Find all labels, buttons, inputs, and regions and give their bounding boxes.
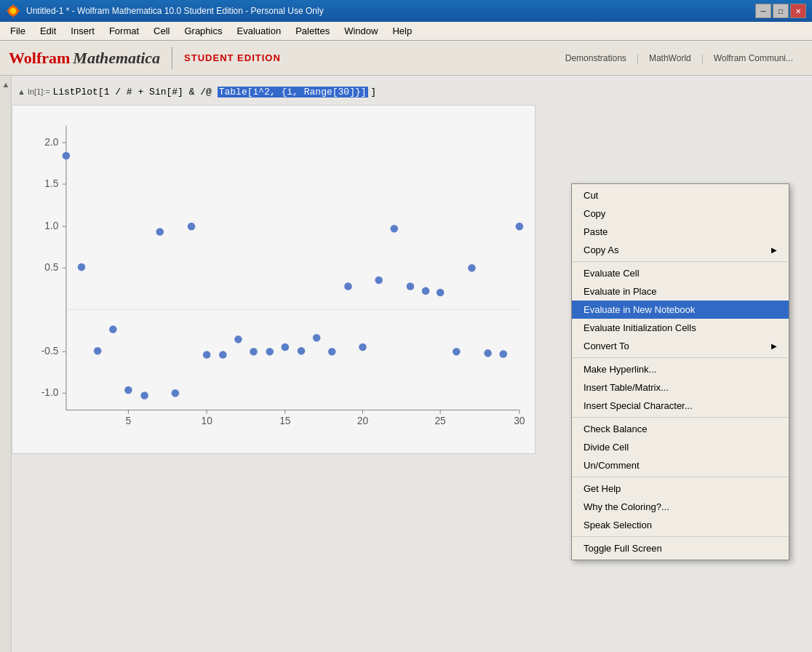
svg-point-47: [250, 348, 258, 356]
logo-mathematica: Mathematica: [73, 49, 160, 68]
svg-text:▲: ▲: [2, 80, 10, 89]
window-controls: ─ □ ✕: [755, 4, 806, 18]
link-mathworld[interactable]: MathWorld: [639, 53, 701, 63]
app-icon: [6, 4, 20, 18]
svg-point-58: [422, 287, 430, 295]
svg-text:2.0: 2.0: [44, 137, 58, 148]
ctx-toggle-fullscreen-label: Toggle Full Screen: [584, 543, 662, 554]
svg-point-52: [328, 348, 336, 356]
ctx-cut-label: Cut: [584, 190, 598, 201]
ctx-evaluate-init[interactable]: Evaluate Initialization Cells: [572, 319, 789, 337]
svg-point-62: [484, 349, 492, 357]
svg-point-44: [203, 351, 211, 359]
ctx-insert-special-label: Insert Special Character...: [584, 400, 693, 411]
menu-format[interactable]: Format: [102, 23, 146, 39]
title-bar: Untitled-1 * - Wolfram Mathematica 10.0 …: [0, 0, 812, 22]
ctx-make-hyperlink[interactable]: Make Hyperlink...: [572, 360, 789, 378]
ctx-insert-special[interactable]: Insert Special Character...: [572, 397, 789, 415]
svg-point-45: [219, 351, 227, 359]
svg-point-50: [298, 347, 306, 355]
ctx-get-help[interactable]: Get Help: [572, 480, 789, 498]
ctx-section-clipboard: Cut Copy Paste Copy As ▶: [572, 184, 789, 262]
svg-text:1.0: 1.0: [44, 220, 58, 231]
svg-point-49: [282, 343, 290, 351]
svg-point-42: [172, 389, 180, 397]
bracket-icon: ▲: [0, 76, 11, 652]
svg-point-37: [94, 347, 102, 355]
notebook-area: ▲ ▲ In[1]:= ListPlot[1 / # + Sin[#] & /@…: [0, 76, 812, 652]
svg-point-61: [468, 264, 476, 272]
svg-point-64: [516, 223, 524, 231]
svg-point-63: [499, 350, 507, 358]
ctx-section-cell-tools: Check Balance Divide Cell Un/Comment: [572, 418, 789, 477]
ctx-copy-label: Copy: [584, 208, 605, 219]
ctx-evaluate-in-place[interactable]: Evaluate in Place: [572, 282, 789, 301]
cell-bracket: ▲: [0, 76, 12, 652]
svg-point-57: [407, 282, 415, 290]
svg-point-54: [359, 343, 367, 351]
menu-window[interactable]: Window: [337, 23, 385, 39]
svg-point-59: [437, 289, 445, 297]
menu-evaluation[interactable]: Evaluation: [229, 23, 288, 39]
menu-graphics[interactable]: Graphics: [177, 23, 229, 39]
menu-help[interactable]: Help: [385, 23, 419, 39]
ctx-make-hyperlink-label: Make Hyperlink...: [584, 364, 656, 375]
svg-text:10: 10: [202, 416, 213, 426]
link-community[interactable]: Wolfram Communi...: [704, 53, 803, 63]
svg-point-55: [375, 277, 383, 285]
menu-edit[interactable]: Edit: [33, 23, 63, 39]
ctx-copy-as[interactable]: Copy As ▶: [572, 241, 789, 259]
context-menu: Cut Copy Paste Copy As ▶ Evaluate Cell E…: [571, 183, 789, 560]
ctx-speak-selection[interactable]: Speak Selection: [572, 516, 789, 534]
svg-point-40: [140, 391, 148, 399]
cell-in-label: ▲ In[1]:=: [17, 87, 50, 96]
window-title: Untitled-1 * - Wolfram Mathematica 10.0 …: [26, 6, 755, 16]
ctx-copy-as-label: Copy As: [584, 244, 618, 255]
plot-area: 5 10 15 20 25 30 -1.0 -0.5 0.5: [12, 105, 536, 454]
minimize-button[interactable]: ─: [755, 4, 771, 18]
ctx-convert-to-label: Convert To: [584, 341, 629, 351]
ctx-section-view: Toggle Full Screen: [572, 537, 789, 560]
ctx-check-balance[interactable]: Check Balance: [572, 420, 789, 438]
scatter-plot: 5 10 15 20 25 30 -1.0 -0.5 0.5: [12, 106, 535, 453]
menu-cell[interactable]: Cell: [146, 23, 177, 39]
ctx-evaluate-new-notebook[interactable]: Evaluate in New Notebook: [572, 301, 789, 319]
cell-code-suffix: ]: [370, 87, 376, 98]
ctx-insert-table-label: Insert Table/Matrix...: [584, 382, 669, 393]
ctx-section-help: Get Help Why the Coloring?... Speak Sele…: [572, 477, 789, 537]
svg-text:-1.0: -1.0: [41, 387, 59, 398]
logo-wolfram: Wolfram: [9, 49, 70, 68]
link-demonstrations[interactable]: Demonstrations: [555, 53, 637, 63]
ctx-evaluate-cell-label: Evaluate Cell: [584, 268, 640, 279]
ctx-paste[interactable]: Paste: [572, 223, 789, 241]
svg-point-48: [266, 348, 274, 356]
menu-file[interactable]: File: [3, 23, 33, 39]
ctx-divide-cell[interactable]: Divide Cell: [572, 438, 789, 456]
ctx-divide-cell-label: Divide Cell: [584, 442, 629, 453]
logo-divider: [172, 47, 172, 69]
menu-bar: File Edit Insert Format Cell Graphics Ev…: [0, 22, 812, 41]
svg-text:30: 30: [514, 416, 525, 426]
svg-text:5: 5: [126, 416, 132, 426]
close-button[interactable]: ✕: [790, 4, 806, 18]
svg-text:-0.5: -0.5: [41, 346, 59, 357]
svg-point-43: [188, 223, 196, 231]
ctx-cut[interactable]: Cut: [572, 186, 789, 204]
logo-bar: Wolfram Mathematica STUDENT EDITION Demo…: [0, 41, 812, 76]
svg-text:1.5: 1.5: [44, 178, 58, 189]
ctx-copy[interactable]: Copy: [572, 204, 789, 223]
ctx-insert-table[interactable]: Insert Table/Matrix...: [572, 378, 789, 397]
menu-insert[interactable]: Insert: [63, 23, 102, 39]
maximize-button[interactable]: □: [773, 4, 789, 18]
ctx-toggle-fullscreen[interactable]: Toggle Full Screen: [572, 539, 789, 557]
svg-point-60: [453, 348, 461, 356]
ctx-section-insert: Make Hyperlink... Insert Table/Matrix...…: [572, 358, 789, 418]
ctx-why-coloring[interactable]: Why the Coloring?...: [572, 498, 789, 516]
ctx-convert-to[interactable]: Convert To ▶: [572, 337, 789, 355]
ctx-evaluate-cell[interactable]: Evaluate Cell: [572, 264, 789, 282]
ctx-uncomment[interactable]: Un/Comment: [572, 456, 789, 474]
input-cell[interactable]: ▲ In[1]:= ListPlot[1 / # + Sin[#] & /@ T…: [12, 83, 812, 100]
menu-palettes[interactable]: Palettes: [288, 23, 337, 39]
ctx-section-evaluate: Evaluate Cell Evaluate in Place Evaluate…: [572, 262, 789, 358]
svg-point-36: [78, 263, 86, 271]
